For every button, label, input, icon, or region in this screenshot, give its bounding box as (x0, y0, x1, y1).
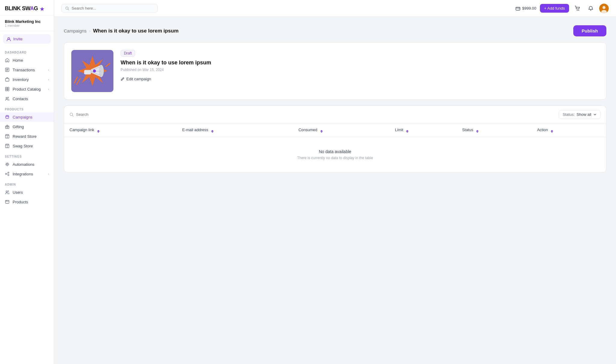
sidebar-item-transactions[interactable]: Transactions › (0, 65, 54, 75)
org-name: Blink Marketing Inc (5, 19, 49, 24)
cart-icon-button[interactable] (573, 4, 582, 13)
add-funds-button[interactable]: + Add funds (540, 4, 569, 13)
sort-limit[interactable] (406, 130, 408, 133)
edit-icon (121, 77, 125, 81)
products-section-label: PRODUCTS (0, 103, 54, 112)
sort-campaign-link[interactable] (97, 130, 100, 133)
sidebar-item-swag-store[interactable]: Swag Store (0, 141, 54, 151)
users-icon (5, 190, 10, 195)
sidebar: BLINK SWAG Blink Marketing Inc 1 member … (0, 0, 54, 364)
content-area: Campaigns › When is it okay to use lorem… (54, 17, 616, 364)
th-email-label: E-mail address (182, 128, 208, 132)
sidebar-item-inventory[interactable]: Inventory › (0, 75, 54, 84)
svg-rect-2 (5, 79, 9, 81)
svg-rect-24 (84, 70, 91, 74)
svg-rect-5 (5, 89, 7, 91)
sort-action[interactable] (551, 130, 553, 133)
sidebar-reward-store-label: Reward Store (13, 134, 36, 139)
edit-campaign-link[interactable]: Edit campaign (121, 77, 599, 81)
search-input[interactable] (72, 6, 154, 11)
sidebar-item-users[interactable]: Users (0, 187, 54, 197)
table-search-input[interactable] (76, 112, 555, 117)
breadcrumb: Campaigns › When is it okay to use lorem… (64, 28, 179, 34)
add-funds-label: + Add funds (544, 6, 565, 11)
svg-rect-16 (516, 7, 520, 10)
inventory-icon (5, 77, 10, 82)
campaign-info: Draft When is it okay to use lorem ipsum… (121, 50, 599, 81)
status-filter[interactable]: Status: Show all (559, 110, 601, 119)
reward-store-icon (5, 134, 10, 139)
status-filter-value: Show all (577, 112, 591, 117)
th-consumed-label: Consumed (298, 128, 317, 132)
publish-button[interactable]: Publish (573, 25, 606, 36)
table-search[interactable] (69, 112, 555, 117)
products-icon (5, 199, 10, 204)
status-filter-label: Status: (562, 112, 574, 117)
sort-down-icon (97, 131, 100, 133)
sort-email[interactable] (211, 130, 214, 133)
svg-point-7 (6, 97, 8, 99)
admin-section-label: ADMIN (0, 179, 54, 187)
invite-label: Invite (13, 37, 23, 41)
contacts-icon (5, 96, 10, 101)
search-bar[interactable] (61, 4, 158, 13)
svg-point-13 (6, 191, 8, 193)
svg-point-29 (93, 69, 96, 72)
sidebar-inventory-label: Inventory (13, 77, 29, 82)
sidebar-item-contacts[interactable]: Contacts (0, 94, 54, 103)
no-data-sub: There is currently no data to display in… (64, 156, 606, 160)
draft-badge: Draft (121, 50, 135, 57)
campaign-title: When is it okay to use lorem ipsum (121, 60, 599, 66)
breadcrumb-current: When is it okay to use lorem ipsum (93, 28, 178, 34)
campaigns-icon (5, 115, 10, 119)
sidebar-item-gifting[interactable]: Gifting (0, 122, 54, 131)
svg-rect-14 (5, 200, 9, 203)
avatar[interactable] (599, 4, 609, 13)
sort-down-icon (406, 131, 408, 133)
invite-button[interactable]: Invite (3, 34, 51, 44)
sidebar-item-campaigns[interactable]: Campaigns (0, 112, 54, 122)
logo: BLINK SWAG (0, 0, 54, 16)
campaign-image (71, 50, 113, 92)
table-header-row: Campaign link E-mail address (64, 123, 606, 137)
integrations-icon (5, 171, 10, 176)
search-icon (65, 6, 69, 11)
home-icon (5, 58, 10, 63)
balance-amount: $999.00 (522, 6, 536, 11)
sidebar-item-automations[interactable]: Automations (0, 159, 54, 169)
sidebar-item-products[interactable]: Products (0, 197, 54, 207)
th-limit: Limit (390, 123, 457, 137)
sort-status[interactable] (476, 130, 479, 133)
automations-icon (5, 162, 10, 167)
svg-point-10 (5, 173, 7, 174)
breadcrumb-separator: › (89, 28, 91, 34)
campaign-thumbnail (71, 50, 113, 92)
sort-up-icon (406, 130, 408, 131)
breadcrumb-parent[interactable]: Campaigns (64, 28, 87, 33)
data-table-wrapper: Campaign link E-mail address (64, 123, 606, 172)
no-data-message: No data available There is currently no … (64, 137, 606, 172)
no-data-cell: No data available There is currently no … (64, 137, 606, 172)
svg-rect-3 (5, 87, 7, 89)
sort-up-icon (551, 130, 553, 131)
sidebar-item-integrations[interactable]: Integrations › (0, 169, 54, 179)
svg-rect-4 (8, 87, 9, 89)
bell-icon-button[interactable] (586, 4, 596, 13)
sidebar-item-home[interactable]: Home (0, 55, 54, 65)
table-controls: Status: Show all (64, 106, 606, 123)
sort-up-icon (476, 130, 479, 131)
sort-up-icon (97, 130, 100, 131)
th-action-label: Action (537, 128, 548, 132)
logo-icon (40, 6, 45, 11)
topbar: $999.00 + Add funds (54, 0, 616, 17)
th-consumed: Consumed (293, 123, 390, 137)
sidebar-users-label: Users (13, 190, 23, 195)
integrations-chevron: › (48, 172, 49, 176)
sidebar-product-catalog-label: Product Catalog (13, 87, 41, 91)
sidebar-products-label: Products (13, 200, 28, 204)
sidebar-item-product-catalog[interactable]: Product Catalog › (0, 84, 54, 94)
th-status-label: Status (462, 128, 473, 132)
sort-consumed[interactable] (320, 130, 323, 133)
dashboard-section-label: DASHBOARD (0, 47, 54, 55)
sidebar-item-reward-store[interactable]: Reward Store (0, 131, 54, 141)
